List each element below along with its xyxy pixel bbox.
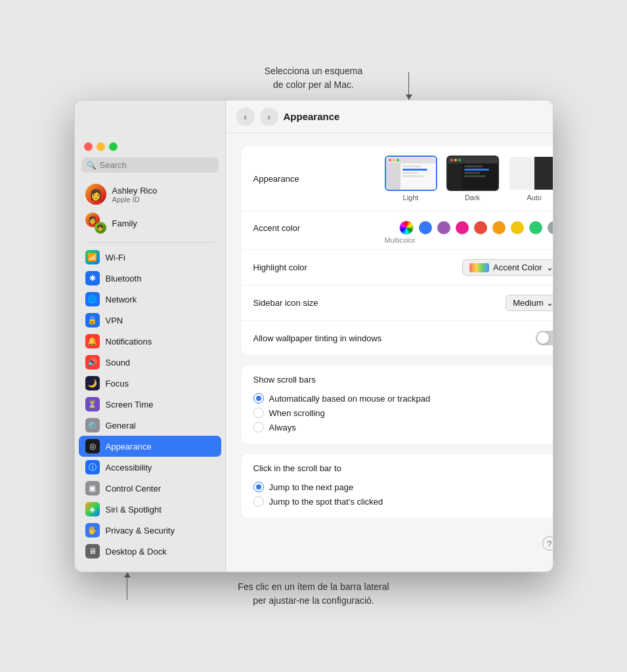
light-label: Light (403, 194, 419, 201)
settings-window: 🔍 👩 Ashley Rico Apple ID 👩 👧 Family (74, 100, 553, 572)
sidebar: 🔍 👩 Ashley Rico Apple ID 👩 👧 Family (75, 100, 226, 572)
main-content: Appearance (226, 133, 553, 572)
window-container: 🔍 👩 Ashley Rico Apple ID 👩 👧 Family (74, 100, 553, 572)
highlight-color-value: Accent Color (493, 262, 542, 272)
sidebar-icon-size-btn[interactable]: Medium ⌄ (506, 295, 553, 311)
sidebar-item-label-wifi: Wi-Fi (106, 253, 125, 262)
appearance-control: Light (385, 156, 553, 201)
accent-graphite[interactable] (548, 221, 553, 234)
sidebar-item-label-privacy: Privacy & Security (106, 526, 175, 536)
sidebar-item-privacy[interactable]: 🖐Privacy & Security (79, 520, 221, 541)
callout-line-bottom (127, 572, 127, 600)
sidebar-item-screentime[interactable]: ⏳Screen Time (79, 394, 221, 415)
sidebar-item-label-desktop: Desktop & Dock (106, 547, 167, 556)
scroll-auto-option[interactable]: Automatically based on mouse or trackpad (253, 391, 553, 406)
search-input[interactable] (100, 160, 213, 170)
sidebar-item-user[interactable]: 👩 Ashley Rico Apple ID (79, 180, 221, 208)
click-nextpage-radio[interactable] (253, 482, 264, 492)
sidebar-item-label-appearance: Appearance (106, 442, 152, 452)
highlight-color-control: Accent Color ⌄ (385, 259, 553, 276)
sidebar-icon-size-label: Sidebar icon size (253, 298, 385, 308)
sidebar-item-label-vpn: VPN (106, 316, 123, 326)
scroll-always-radio[interactable] (253, 422, 264, 432)
main-title: Appearance (284, 111, 340, 122)
maximize-button[interactable] (109, 142, 118, 151)
sidebar-item-label-accessibility: Accessibility (106, 463, 152, 472)
appearance-option-light[interactable]: Light (385, 156, 437, 201)
accent-purple[interactable] (437, 221, 450, 234)
accent-green[interactable] (529, 221, 542, 234)
sidebar-item-bluetooth[interactable]: ✱Bluetooth (79, 268, 221, 289)
sidebar-item-vpn[interactable]: 🔒VPN (79, 310, 221, 331)
wallpaper-tinting-toggle[interactable] (536, 331, 553, 345)
auto-thumb[interactable] (508, 156, 553, 191)
scroll-scrolling-radio[interactable] (253, 408, 264, 418)
sidebar-item-accessibility[interactable]: ⓘAccessibility (79, 457, 221, 478)
click-nextpage-label: Jump to the next page (269, 482, 354, 492)
dropdown-arrow-icon: ⌄ (546, 262, 553, 272)
sidebar-item-network[interactable]: 🌐Network (79, 289, 221, 310)
sidebar-icon-size-control: Medium ⌄ (385, 295, 553, 311)
main-titlebar: ‹ › Appearance (226, 100, 553, 133)
sidebar-nav: 📶Wi-Fi✱Bluetooth🌐Network🔒VPN🔔Notificatio… (75, 247, 225, 562)
scroll-scrolling-option[interactable]: When scrolling (253, 406, 553, 420)
scroll-bars-section: Show scroll bars Automatically based on … (242, 366, 553, 444)
sidebar-item-controlcenter[interactable]: ▣Control Center (79, 478, 221, 499)
appearance-row: Appearance (242, 146, 553, 211)
sidebar-item-general[interactable]: ⚙️General (79, 415, 221, 436)
click-spot-label: Jump to the spot that's clicked (269, 497, 383, 507)
sidebar-item-label-general: General (106, 421, 136, 430)
scroll-scrolling-label: When scrolling (269, 408, 325, 418)
scroll-auto-radio[interactable] (253, 393, 264, 404)
sidebar-item-appearance[interactable]: ◎Appearance (79, 436, 221, 457)
highlight-swatch (469, 263, 489, 272)
sidebar-icon-size-value: Medium (513, 298, 543, 308)
user-name: Ashley Rico (112, 186, 158, 196)
minimize-button[interactable] (97, 142, 105, 151)
accent-yellow[interactable] (511, 221, 524, 234)
appearance-option-dark[interactable]: Dark (446, 156, 499, 201)
accent-orange[interactable] (492, 221, 506, 234)
annotation-top: Selecciona un esquema de color per al Ma… (265, 64, 362, 92)
click-spot-radio[interactable] (253, 496, 264, 507)
wifi-icon: 📶 (85, 250, 100, 264)
sidebar-item-focus[interactable]: 🌙Focus (79, 373, 221, 394)
sidebar-item-siri[interactable]: ◈Siri & Spotlight (79, 499, 221, 520)
sidebar-item-label-focus: Focus (106, 379, 129, 388)
back-button[interactable]: ‹ (236, 108, 255, 126)
close-button[interactable] (84, 142, 93, 151)
bottom-bar: ? (242, 528, 553, 558)
accent-blue[interactable] (419, 221, 432, 234)
dropdown-icon: ⌄ (546, 298, 553, 308)
sidebar-item-family[interactable]: 👩 👧 Family (79, 209, 221, 237)
sidebar-item-label-siri: Siri & Spotlight (106, 505, 162, 514)
click-nextpage-option[interactable]: Jump to the next page (253, 480, 553, 494)
accent-color-label: Accent color (253, 223, 385, 233)
accent-red[interactable] (474, 221, 487, 234)
annotation-bottom: Fes clic en un ítem de la barra lateral … (238, 580, 389, 608)
forward-button[interactable]: › (260, 108, 278, 126)
dark-thumb[interactable] (446, 156, 499, 191)
highlight-color-btn[interactable]: Accent Color ⌄ (462, 259, 553, 276)
search-box[interactable]: 🔍 (81, 158, 219, 173)
help-button[interactable]: ? (542, 536, 553, 551)
light-thumb[interactable] (385, 156, 437, 191)
sidebar-item-wifi[interactable]: 📶Wi-Fi (79, 247, 221, 268)
sidebar-item-desktop[interactable]: 🖥Desktop & Dock (79, 541, 221, 562)
sidebar-item-sound[interactable]: 🔊Sound (79, 352, 221, 373)
accent-multicolor[interactable] (399, 220, 414, 235)
accent-pink[interactable] (456, 221, 469, 234)
appearance-icon: ◎ (85, 439, 100, 453)
click-spot-option[interactable]: Jump to the spot that's clicked (253, 494, 553, 509)
general-icon: ⚙️ (85, 418, 100, 432)
privacy-icon: 🖐 (85, 523, 100, 537)
sidebar-item-notifications[interactable]: 🔔Notifications (79, 331, 221, 352)
notifications-icon: 🔔 (85, 334, 100, 348)
auto-label: Auto (527, 194, 542, 201)
scroll-always-option[interactable]: Always (253, 420, 553, 434)
sidebar-item-label-controlcenter: Control Center (106, 484, 162, 494)
appearance-option-auto[interactable]: Auto (508, 156, 553, 201)
accent-sublabel: Multicolor (253, 236, 416, 244)
wallpaper-tinting-control (385, 331, 553, 345)
accent-color-row: Accent color (242, 211, 553, 250)
